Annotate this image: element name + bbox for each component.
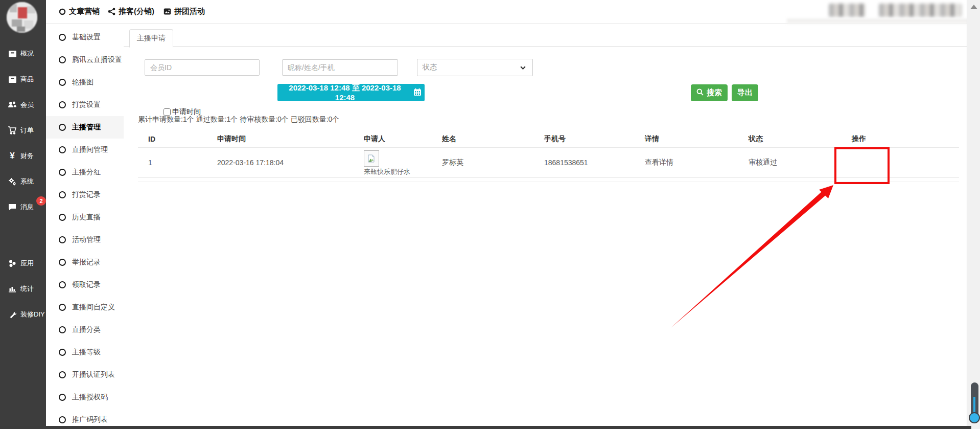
date-range-button[interactable]: 2022-03-18 12:48 至 2022-03-18 12:48 xyxy=(277,84,425,101)
calendar-icon xyxy=(413,88,422,98)
top-navbar: 文章营销 推客(分销) 拼团活动 xyxy=(46,0,980,24)
cell-name: 罗标英 xyxy=(432,148,534,178)
chart-icon xyxy=(8,284,17,293)
nickname-input[interactable] xyxy=(282,59,398,76)
users-icon xyxy=(8,100,17,109)
sidebar-item-apps[interactable]: 应用 xyxy=(0,251,46,276)
submenu-item-anchor-levels[interactable]: 主播等级 xyxy=(46,341,124,364)
ring-icon xyxy=(59,34,66,41)
status-select[interactable]: 状态 xyxy=(417,59,533,76)
application-summary: 累计申请数量:1个 通过数量:1个 待审核数量:0个 已驳回数量:0个 xyxy=(138,115,339,124)
nav-item-distribution[interactable]: 推客(分销) xyxy=(108,0,154,23)
submenu-item-carousel[interactable]: 轮播图 xyxy=(46,71,124,94)
ring-icon xyxy=(59,236,66,243)
submenu-item-label: 主播授权码 xyxy=(72,393,108,402)
sidebar-item-label: 概况 xyxy=(20,49,34,58)
submenu-item-live-room-management[interactable]: 直播间管理 xyxy=(46,139,124,161)
submenu-item-broadcast-cert-list[interactable]: 开播认证列表 xyxy=(46,364,124,386)
submenu-item-reward-records[interactable]: 打赏记录 xyxy=(46,184,124,206)
message-icon: 2 xyxy=(8,202,17,212)
nav-item-label: 拼团活动 xyxy=(174,7,205,16)
sidebar-item-label: 财务 xyxy=(20,151,34,161)
submenu-item-label: 主播管理 xyxy=(72,123,101,132)
ring-icon xyxy=(59,259,66,266)
submenu-item-label: 腾讯云直播设置 xyxy=(72,55,122,64)
search-button[interactable]: 搜索 xyxy=(691,84,728,101)
export-button[interactable]: 导出 xyxy=(732,84,758,101)
sidebar-item-stats[interactable]: 统计 xyxy=(0,276,46,302)
submenu-item-label: 直播分类 xyxy=(72,325,101,334)
user-avatar-blurred[interactable] xyxy=(829,4,866,17)
submenu-item-live-categories[interactable]: 直播分类 xyxy=(46,319,124,341)
nav-item-group-buy[interactable]: 拼团活动 xyxy=(164,0,205,23)
export-button-label: 导出 xyxy=(737,88,753,98)
scroll-progress-knob[interactable] xyxy=(969,412,980,423)
submenu-item-tencent-live[interactable]: 腾讯云直播设置 xyxy=(46,49,124,71)
submenu-item-label: 历史直播 xyxy=(72,213,101,222)
main-sidebar: 概况 商品 会员 订单 ¥ 财务 系统 xyxy=(0,0,46,429)
user-info-blurred[interactable] xyxy=(879,4,962,17)
nav-item-article-marketing[interactable]: 文章营销 xyxy=(59,0,100,23)
sidebar-item-orders[interactable]: 订单 xyxy=(0,118,46,143)
submenu-item-label: 打赏设置 xyxy=(72,100,101,109)
sidebar-item-products[interactable]: 商品 xyxy=(0,66,46,92)
sidebar-item-label: 系统 xyxy=(20,177,34,186)
submenu-item-label: 主播等级 xyxy=(72,348,101,357)
member-id-input[interactable] xyxy=(145,59,260,76)
window-bottom-edge xyxy=(0,426,971,429)
col-header-id: ID xyxy=(138,130,207,148)
submenu-item-anchor-dividend[interactable]: 主播分红 xyxy=(46,161,124,184)
submenu-item-label: 轮播图 xyxy=(72,78,94,87)
ring-icon xyxy=(59,371,66,378)
submenu-item-activity-management[interactable]: 活动管理 xyxy=(46,229,124,251)
admin-app: 概况 商品 会员 订单 ¥ 财务 系统 xyxy=(0,0,980,429)
image-icon xyxy=(164,8,171,15)
ring-icon xyxy=(59,191,66,198)
sidebar-item-system[interactable]: 系统 xyxy=(0,169,46,194)
status-select-value: 状态 xyxy=(423,63,437,72)
tab-anchor-application[interactable]: 主播申请 xyxy=(129,29,173,48)
submenu-item-live-history[interactable]: 历史直播 xyxy=(46,206,124,229)
vertical-scrollbar[interactable] xyxy=(967,0,980,429)
overview-box-icon xyxy=(8,49,17,58)
main-content: 主播申请 状态 申请时间 2022-03-18 12:48 至 2022-03-… xyxy=(124,24,967,426)
sidebar-item-messages[interactable]: 2 消息 xyxy=(0,194,46,220)
submenu-item-basic-settings[interactable]: 基础设置 xyxy=(46,26,124,49)
submenu-item-reward-settings[interactable]: 打赏设置 xyxy=(46,94,124,116)
submenu-item-label: 开播认证列表 xyxy=(72,370,115,379)
col-header-status: 状态 xyxy=(738,130,842,148)
submenu-item-report-records[interactable]: 举报记录 xyxy=(46,251,124,274)
circle-icon xyxy=(59,8,66,15)
ring-icon xyxy=(59,416,66,423)
nav-item-label: 推客(分销) xyxy=(119,7,154,16)
applicant-nickname[interactable]: 来瓶快乐肥仔水 xyxy=(364,168,410,175)
wrench-icon xyxy=(8,310,17,319)
submenu-item-label: 基础设置 xyxy=(72,33,101,42)
col-header-detail: 详情 xyxy=(635,130,738,148)
submenu-item-label: 直播间自定义 xyxy=(72,303,115,312)
apply-time-checkbox[interactable] xyxy=(164,108,171,116)
scroll-progress-widget[interactable] xyxy=(971,382,978,420)
submenu-item-claim-records[interactable]: 领取记录 xyxy=(46,274,124,296)
cell-detail-link[interactable]: 查看详情 xyxy=(635,148,738,178)
live-settings-submenu: 基础设置 腾讯云直播设置 轮播图 打赏设置 主播管理 直播间管理 主播分红 打赏… xyxy=(46,24,124,426)
cart-icon xyxy=(8,126,17,135)
product-box-icon xyxy=(8,75,17,84)
sidebar-item-members[interactable]: 会员 xyxy=(0,92,46,118)
sidebar-item-finance[interactable]: ¥ 财务 xyxy=(0,143,46,169)
col-header-applicant: 申请人 xyxy=(354,130,432,148)
sidebar-item-overview[interactable]: 概况 xyxy=(0,41,46,66)
scroll-up-arrow-icon[interactable] xyxy=(970,5,977,9)
yen-icon: ¥ xyxy=(8,151,17,161)
site-logo-avatar[interactable] xyxy=(7,2,37,33)
sidebar-item-label: 消息 xyxy=(20,202,34,212)
ring-icon xyxy=(59,146,66,153)
ring-icon xyxy=(59,214,66,221)
submenu-item-anchor-management[interactable]: 主播管理 xyxy=(46,116,124,139)
submenu-item-anchor-auth-code[interactable]: 主播授权码 xyxy=(46,386,124,409)
ring-icon xyxy=(59,101,66,108)
chevron-down-icon xyxy=(520,64,526,73)
sidebar-item-diy[interactable]: 装修DIY xyxy=(0,302,46,327)
ring-icon xyxy=(59,394,66,401)
submenu-item-live-room-custom[interactable]: 直播间自定义 xyxy=(46,296,124,319)
